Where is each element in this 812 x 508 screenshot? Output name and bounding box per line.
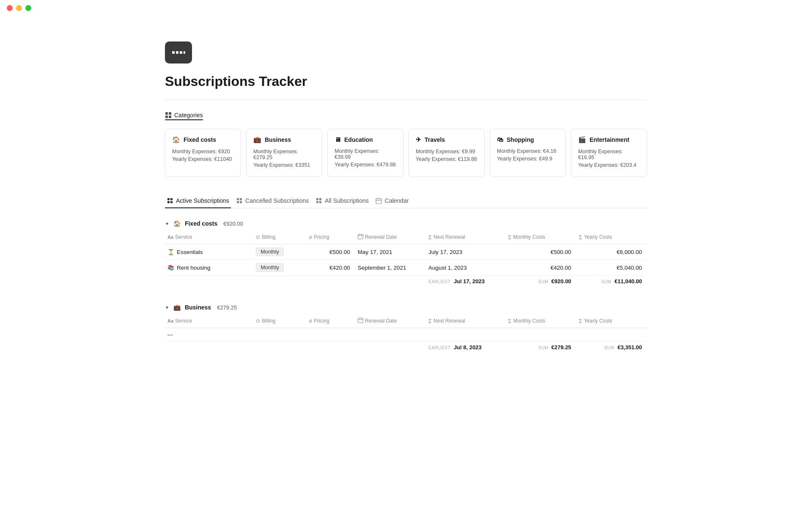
fixed-costs-name: Fixed costs xyxy=(184,136,216,143)
svg-rect-12 xyxy=(170,201,173,203)
svg-rect-18 xyxy=(319,198,321,200)
th-billing: ⊙ Billing xyxy=(253,230,307,244)
th-next-renewal: Σ Next Renewal xyxy=(426,230,505,244)
tab-all-subscriptions[interactable]: All Subscriptions xyxy=(314,194,370,208)
fixed-costs-header-row: Aa Service ⊙ Billing # Pricing xyxy=(165,230,647,244)
group-business-total: €279.25 xyxy=(217,304,237,311)
fixed-costs-summary-row: EARLIEST Jul 17, 2023 SUM €920.00 SUM €1… xyxy=(165,276,647,287)
svg-rect-5 xyxy=(165,112,168,115)
th-monthly-costs: Σ Monthly Costs xyxy=(505,230,576,244)
close-button[interactable] xyxy=(7,5,13,11)
tab-cancelled-label: Cancelled Subscriptions xyxy=(245,197,309,204)
next-renewal-cell-essentials: July 17, 2023 xyxy=(426,244,505,260)
categories-section-label: Categories xyxy=(165,112,203,120)
tab-all-label: All Subscriptions xyxy=(325,197,369,204)
th-service-b: Aa Service xyxy=(165,314,253,328)
fixed-costs-table: Aa Service ⊙ Billing # Pricing xyxy=(165,230,647,287)
service-cell-essentials: ⌛ Essentials xyxy=(165,244,253,260)
shopping-name: Shopping xyxy=(507,136,534,143)
categories-container: 🏠 Fixed costs Monthly Expenses: €920 Yea… xyxy=(165,129,647,177)
category-card-education[interactable]: 🖥 Education Monthly Expenses: €39.99 Yea… xyxy=(327,129,403,177)
minimize-button[interactable] xyxy=(16,5,22,11)
group-business-icon: 💼 xyxy=(173,304,181,311)
tab-active-label: Active Subscriptions xyxy=(176,197,229,204)
next-renewal-cell-rent-housing: August 1, 2023 xyxy=(426,260,505,276)
svg-rect-21 xyxy=(376,199,381,204)
fixed-costs-summary-monthly: SUM €920.00 xyxy=(505,276,576,287)
maximize-button[interactable] xyxy=(25,5,31,11)
business-summary-yearly: SUM €3,351.00 xyxy=(576,342,647,353)
category-card-entertainment[interactable]: 🎬 Entertainment Monthly Expenses: €16.95… xyxy=(571,129,647,177)
travels-yearly: Yearly Expenses: €119.88 xyxy=(416,156,477,162)
calendar-icon xyxy=(376,197,382,204)
tab-active-subscriptions[interactable]: Active Subscriptions xyxy=(165,194,231,208)
table-row[interactable]: ⌛ Essentials Monthly €500.00 May 17, 202… xyxy=(165,244,647,260)
tab-cancelled-subscriptions[interactable]: Cancelled Subscriptions xyxy=(234,194,310,208)
yearly-cost-cell-essentials: €6,000.00 xyxy=(576,244,647,260)
category-card-travels[interactable]: ✈ Travels Monthly Expenses: €9.99 Yearly… xyxy=(409,129,485,177)
business-monthly: Monthly Expenses: €279.25 xyxy=(253,149,315,160)
education-monthly: Monthly Expenses: €39.99 xyxy=(335,148,396,160)
svg-rect-20 xyxy=(319,201,321,203)
th-billing-b: ⊙ Billing xyxy=(253,314,307,328)
svg-rect-7 xyxy=(165,116,168,118)
group-fixed-costs-header[interactable]: ▼ 🏠 Fixed costs €920.00 xyxy=(165,217,647,230)
svg-rect-16 xyxy=(240,201,242,203)
svg-rect-10 xyxy=(170,198,173,200)
svg-rect-14 xyxy=(240,198,242,200)
entertainment-icon: 🎬 xyxy=(578,136,586,144)
category-card-fixed-costs[interactable]: 🏠 Fixed costs Monthly Expenses: €920 Yea… xyxy=(165,129,241,177)
pricing-cell-rent-housing: €420.00 xyxy=(307,260,355,276)
svg-rect-3 xyxy=(180,51,182,54)
svg-rect-2 xyxy=(176,51,178,54)
billing-cell-rent-housing: Monthly xyxy=(253,260,307,276)
svg-rect-15 xyxy=(237,201,239,203)
group-fixed-costs-arrow[interactable]: ▼ xyxy=(165,221,169,226)
group-business-header[interactable]: ▼ 💼 Business €279.25 xyxy=(165,301,647,314)
svg-rect-1 xyxy=(172,51,175,54)
svg-rect-25 xyxy=(358,235,363,239)
entertainment-name: Entertainment xyxy=(590,136,629,143)
table-row[interactable]: — xyxy=(165,328,647,342)
education-yearly: Yearly Expenses: €479.88 xyxy=(335,162,396,168)
tab-calendar[interactable]: Calendar xyxy=(374,194,411,208)
rent-housing-icon: 📚 xyxy=(167,265,174,271)
category-card-business[interactable]: 💼 Business Monthly Expenses: €279.25 Yea… xyxy=(246,129,322,177)
group-business-arrow[interactable]: ▼ xyxy=(165,305,169,310)
fixed-costs-icon: 🏠 xyxy=(172,136,180,144)
group-fixed-costs-name: Fixed costs xyxy=(185,220,217,227)
title-divider xyxy=(165,99,647,100)
fixed-costs-summary-yearly: SUM €11,040.00 xyxy=(576,276,647,287)
business-summary-next: EARLIEST Jul 8, 2023 xyxy=(426,342,505,353)
categories-grid-icon xyxy=(165,112,172,119)
yearly-cost-cell-rent-housing: €5,040.00 xyxy=(576,260,647,276)
business-summary-monthly: SUM €279.25 xyxy=(505,342,576,353)
fixed-costs-yearly: Yearly Expenses: €11040 xyxy=(172,156,234,162)
th-pricing: # Pricing xyxy=(307,230,355,244)
th-renewal-date-b: Renewal Date xyxy=(355,314,426,328)
category-card-shopping[interactable]: 🛍 Shopping Monthly Expenses: €4.16 Yearl… xyxy=(490,129,566,177)
business-header-row: Aa Service ⊙ Billing # Pricing xyxy=(165,314,647,328)
table-row[interactable]: 📚 Rent housing Monthly €420.00 September… xyxy=(165,260,647,276)
svg-rect-19 xyxy=(316,201,318,203)
shopping-icon: 🛍 xyxy=(497,136,503,143)
svg-rect-29 xyxy=(358,318,363,323)
business-row-icon: — xyxy=(167,331,173,338)
th-yearly-costs-b: Σ Yearly Costs xyxy=(576,314,647,328)
essentials-icon: ⌛ xyxy=(167,249,174,255)
group-fixed-costs-total: €920.00 xyxy=(223,221,243,227)
billing-cell-essentials: Monthly xyxy=(253,244,307,260)
fixed-costs-monthly: Monthly Expenses: €920 xyxy=(172,149,234,155)
active-subs-icon xyxy=(167,197,173,204)
travels-icon: ✈ xyxy=(416,136,421,144)
cancelled-subs-icon xyxy=(236,197,243,204)
th-service: Aa Service xyxy=(165,230,253,244)
svg-rect-13 xyxy=(237,198,239,200)
titlebar xyxy=(0,0,812,16)
entertainment-yearly: Yearly Expenses: €203.4 xyxy=(578,162,640,168)
business-summary-row: EARLIEST Jul 8, 2023 SUM €279.25 SUM €3,… xyxy=(165,342,647,353)
monthly-cost-cell-rent-housing: €420.00 xyxy=(505,260,576,276)
monthly-cost-cell-essentials: €500.00 xyxy=(505,244,576,260)
svg-rect-17 xyxy=(316,198,318,200)
subscription-tabs: Active Subscriptions Cancelled Subscript… xyxy=(165,194,647,208)
